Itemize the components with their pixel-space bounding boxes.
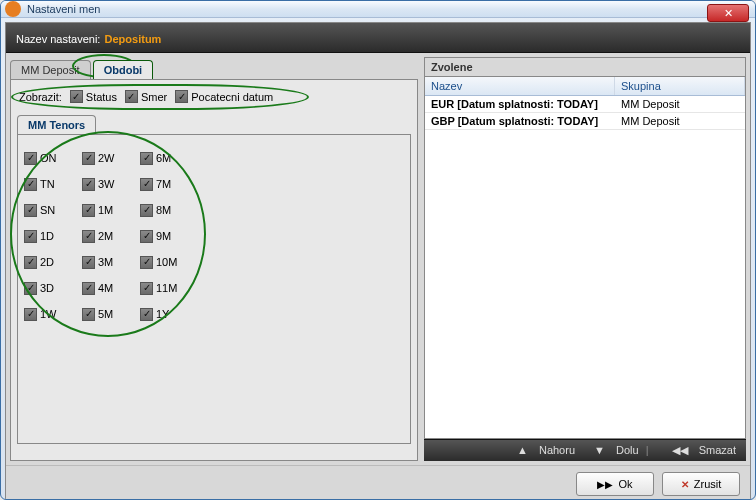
tenor-10m[interactable]: 10M [140, 249, 198, 275]
tenor-3w[interactable]: 3W [82, 171, 140, 197]
cancel-label: Zrusit [694, 478, 722, 490]
check-icon [140, 178, 153, 191]
sub-tabs: MM Tenors [17, 115, 411, 134]
tenor-label: 10M [156, 256, 177, 268]
tenor-label: SN [40, 204, 55, 216]
tenor-11m[interactable]: 11M [140, 275, 198, 301]
cell-nazev: GBP [Datum splatnosti: TODAY] [425, 113, 615, 129]
tenor-label: 3W [98, 178, 115, 190]
tenor-label: 11M [156, 282, 177, 294]
tenor-label: 6M [156, 152, 171, 164]
check-icon [140, 152, 153, 165]
separator: | [646, 444, 649, 456]
close-button[interactable]: ✕ [707, 4, 749, 22]
zvolene-title: Zvolene [424, 57, 746, 76]
content-area: MM Deposit Obdobi Zobrazit: Status Smer … [6, 53, 750, 465]
tenor-sn[interactable]: SN [24, 197, 82, 223]
tenor-2w[interactable]: 2W [82, 145, 140, 171]
tenor-4m[interactable]: 4M [82, 275, 140, 301]
main-tabs: MM Deposit Obdobi [10, 57, 418, 79]
close-icon: ✕ [681, 479, 689, 490]
delete-button[interactable]: ◀◀ Smazat [664, 444, 736, 456]
tenor-1m[interactable]: 1M [82, 197, 140, 223]
tenor-9m[interactable]: 9M [140, 223, 198, 249]
tenors-grid: ON2W6MTN3W7MSN1M8M1D2M9M2D3M10M3D4M11M1W… [24, 145, 404, 327]
tenor-on[interactable]: ON [24, 145, 82, 171]
tenor-1d[interactable]: 1D [24, 223, 82, 249]
tenor-label: 1D [40, 230, 54, 242]
column-nazev[interactable]: Nazev [425, 77, 615, 95]
tenor-6m[interactable]: 6M [140, 145, 198, 171]
left-panel: MM Deposit Obdobi Zobrazit: Status Smer … [10, 57, 418, 461]
tenor-3m[interactable]: 3M [82, 249, 140, 275]
column-skupina[interactable]: Skupina [615, 77, 745, 95]
tenor-8m[interactable]: 8M [140, 197, 198, 223]
check-icon [24, 282, 37, 295]
dialog-body: Nazev nastaveni: Depositum MM Deposit Ob… [5, 22, 751, 500]
tenor-tn[interactable]: TN [24, 171, 82, 197]
tenor-label: 3D [40, 282, 54, 294]
checkbox-status[interactable]: Status [70, 90, 117, 103]
check-icon [24, 230, 37, 243]
tenor-1y[interactable]: 1Y [140, 301, 198, 327]
check-icon [82, 230, 95, 243]
check-icon [24, 178, 37, 191]
zobrazit-label: Zobrazit: [19, 91, 62, 103]
table-body: EUR [Datum splatnosti: TODAY]MM DepositG… [425, 96, 745, 130]
move-down-button[interactable]: ▼ Dolu [586, 444, 639, 456]
dialog-footer: ▶▶ Ok ✕ Zrusit [6, 465, 750, 500]
tenor-label: 2M [98, 230, 113, 242]
tenor-label: ON [40, 152, 57, 164]
check-icon [24, 256, 37, 269]
check-icon [175, 90, 188, 103]
check-icon [70, 90, 83, 103]
table-row[interactable]: GBP [Datum splatnosti: TODAY]MM Deposit [425, 113, 745, 130]
titlebar: Nastaveni men ✕ [1, 1, 755, 18]
table-row[interactable]: EUR [Datum splatnosti: TODAY]MM Deposit [425, 96, 745, 113]
right-panel: Zvolene Nazev Skupina EUR [Datum splatno… [424, 57, 746, 461]
check-icon [140, 204, 153, 217]
check-icon [82, 308, 95, 321]
check-icon [82, 282, 95, 295]
tenor-7m[interactable]: 7M [140, 171, 198, 197]
tenor-5m[interactable]: 5M [82, 301, 140, 327]
tenor-label: 4M [98, 282, 113, 294]
tenor-3d[interactable]: 3D [24, 275, 82, 301]
cell-skupina: MM Deposit [615, 96, 745, 112]
table-header: Nazev Skupina [425, 77, 745, 96]
tenor-label: 7M [156, 178, 171, 190]
tenor-label: 9M [156, 230, 171, 242]
check-icon [82, 204, 95, 217]
tenor-label: 1W [40, 308, 57, 320]
up-icon: ▲ [517, 444, 528, 456]
check-icon [82, 152, 95, 165]
zvolene-table: Nazev Skupina EUR [Datum splatnosti: TOD… [424, 76, 746, 439]
check-icon [24, 152, 37, 165]
check-icon [140, 230, 153, 243]
tenor-1w[interactable]: 1W [24, 301, 82, 327]
move-up-button[interactable]: ▲ Nahoru [509, 444, 575, 456]
settings-name: Depositum [105, 33, 162, 45]
check-icon [125, 90, 138, 103]
cell-nazev: EUR [Datum splatnosti: TODAY] [425, 96, 615, 112]
check-icon [140, 308, 153, 321]
tab-obdobi[interactable]: Obdobi [93, 60, 154, 79]
check-icon [24, 204, 37, 217]
tenor-label: 1M [98, 204, 113, 216]
tenor-2m[interactable]: 2M [82, 223, 140, 249]
checkbox-smer[interactable]: Smer [125, 90, 167, 103]
zobrazit-row: Zobrazit: Status Smer Pocatecni datum [17, 86, 411, 107]
tab-mm-tenors[interactable]: MM Tenors [17, 115, 96, 134]
list-controls: ▲ Nahoru ▼ Dolu | ◀◀ Smazat [424, 439, 746, 461]
tenor-label: 5M [98, 308, 113, 320]
cancel-button[interactable]: ✕ Zrusit [662, 472, 740, 496]
checkbox-pocatecni-datum[interactable]: Pocatecni datum [175, 90, 273, 103]
settings-header: Nazev nastaveni: Depositum [6, 23, 750, 53]
ok-button[interactable]: ▶▶ Ok [576, 472, 654, 496]
tenor-2d[interactable]: 2D [24, 249, 82, 275]
tenor-label: 1Y [156, 308, 169, 320]
tenor-label: 3M [98, 256, 113, 268]
app-icon [5, 1, 21, 17]
tab-mm-deposit[interactable]: MM Deposit [10, 60, 91, 79]
check-icon [82, 256, 95, 269]
